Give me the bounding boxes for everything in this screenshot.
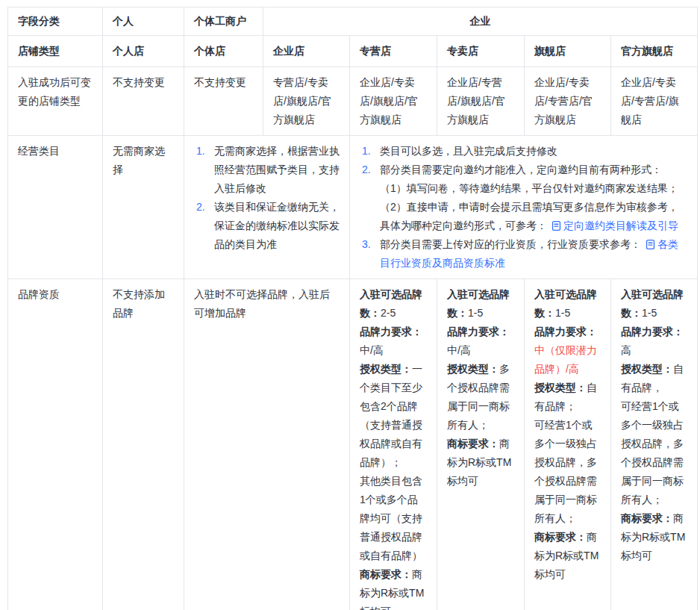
brand-requirement-label: 商标要求： — [621, 512, 673, 524]
category-list-item: 1.类目可以多选，且入驻完成后支持修改 — [360, 142, 687, 161]
list-number: 2. — [196, 198, 205, 217]
table-row-brand-qualification: 品牌资质 不支持添加品牌 入驻时不可选择品牌，入驻后可增加品牌 入驻可选品牌数：… — [8, 279, 698, 610]
brand-requirement-line: 品牌力要求：中/高 — [360, 323, 427, 360]
list-number: 1. — [362, 142, 371, 161]
category-list-item: 1.无需商家选择，根据营业执照经营范围赋予类目，支持入驻后修改 — [194, 142, 340, 198]
cell-brand-label: 品牌资质 — [8, 279, 103, 610]
brand-requirement-value: 一个类目下至少包含2个品牌（支持普通授权品牌或自有品牌）； — [360, 363, 422, 468]
cell-brand-franchise-store: 入驻可选品牌数：2-5品牌力要求：中/高授权类型：一个类目下至少包含2个品牌（支… — [350, 279, 437, 610]
brand-requirement-line: 授权类型：自有品牌； — [534, 379, 601, 416]
cell-category-label: 经营类目 — [8, 136, 103, 279]
cell-brand-flagship-store: 入驻可选品牌数：1-5品牌力要求：中（仅限潜力品牌）/高授权类型：自有品牌；可经… — [525, 279, 611, 610]
doc-link-text: 定向邀约类目解读及引导 — [563, 220, 678, 231]
doc-icon — [645, 239, 656, 250]
brand-requirement-value: 2-5 — [381, 307, 396, 319]
table-row-changeable-store-type: 入驻成功后可变更的店铺类型 不支持变更 不支持变更 专营店/专卖店/旗舰店/官方… — [8, 67, 698, 136]
header-enterprise-store: 企业店 — [263, 36, 350, 67]
brand-requirement-label: 授权类型： — [360, 363, 412, 375]
brand-requirement-label: 品牌力要求： — [534, 326, 597, 337]
brand-requirement-value: 中/高 — [447, 344, 471, 356]
header-exclusive-store: 专卖店 — [437, 36, 525, 67]
list-number: 1. — [196, 142, 205, 161]
brand-requirement-value: 1-5 — [555, 307, 570, 319]
brand-requirement-label: 品牌力要求： — [621, 326, 684, 337]
list-item-text: 类目可以多选，且入驻完成后支持修改 — [380, 145, 557, 157]
cell-brand-individual-enterprise: 入驻时不可选择品牌，入驻后可增加品牌 — [184, 279, 350, 610]
list-item-text: 无需商家选择，根据营业执照经营范围赋予类目，支持入驻后修改 — [214, 145, 340, 194]
header-official-flagship-store: 官方旗舰店 — [611, 36, 698, 67]
brand-requirement-line: 商标要求：商标为R标或TM标均可 — [360, 565, 427, 610]
brand-requirement-line: 入驻可选品牌数：1-5 — [534, 285, 601, 323]
brand-requirement-line: 入驻可选品牌数：2-5 — [360, 285, 427, 323]
brand-requirement-line: 品牌力要求：高 — [621, 323, 687, 360]
list-item-text: 部分类目需要上传对应的行业资质，行业资质要求参考： — [380, 238, 641, 250]
brand-requirement-line: 其他类目包含1个或多个品牌均可（支持普通授权品牌或自有品牌） — [360, 472, 427, 565]
brand-requirement-value: 高 — [621, 344, 631, 356]
cell-change-official-flagship-store: 企业店/专卖店/专营店/旗舰店 — [611, 67, 698, 136]
header-enterprise: 企业 — [263, 7, 698, 36]
header-individual-store: 个体店 — [184, 36, 263, 67]
brand-requirement-label: 品牌力要求： — [447, 326, 510, 337]
brand-requirement-line: 品牌力要求：中/高 — [447, 323, 514, 360]
category-individual-list: 1.无需商家选择，根据营业执照经营范围赋予类目，支持入驻后修改2.该类目和保证金… — [194, 142, 340, 254]
link-directed-invitation-category-guide[interactable]: 定向邀约类目解读及引导 — [551, 220, 678, 231]
cell-category-enterprise: 1.类目可以多选，且入驻完成后支持修改2.部分类目需要定向邀约才能准入，定向邀约… — [350, 136, 698, 279]
cell-change-personal-store: 不支持变更 — [103, 67, 184, 136]
brand-requirement-line: 入驻可选品牌数：1-5 — [621, 285, 687, 323]
brand-requirement-value: 可经营1个或多个一级独占授权品牌，多个授权品牌需属于同一商标所有人； — [621, 400, 684, 505]
list-number: 3. — [362, 235, 371, 254]
brand-requirement-line: 入驻可选品牌数：1-5 — [447, 285, 514, 323]
header-field-category: 字段分类 — [8, 7, 103, 36]
cell-category-individual: 1.无需商家选择，根据营业执照经营范围赋予类目，支持入驻后修改2.该类目和保证金… — [184, 136, 350, 279]
cell-brand-personal: 不支持添加品牌 — [103, 279, 184, 610]
doc-icon — [551, 220, 562, 231]
brand-requirement-value: 1-5 — [642, 307, 657, 319]
category-list-item: 3.部分类目需要上传对应的行业资质，行业资质要求参考：各类目行业资质及商品资质标… — [360, 235, 687, 273]
brand-requirement-value: 其他类目包含1个或多个品牌均可（支持普通授权品牌或自有品牌） — [360, 475, 422, 561]
cell-change-exclusive-store: 企业店/专营店/旗舰店/官方旗舰店 — [437, 67, 525, 136]
store-entry-requirements-page: 字段分类 个人 个体工商户 企业 店铺类型 个人店 个体店 企业店 专营店 专卖… — [0, 0, 700, 610]
header-individual-business: 个体工商户 — [184, 7, 263, 36]
cell-change-individual-store: 不支持变更 — [184, 67, 263, 136]
brand-requirement-value: 中/高 — [360, 344, 384, 356]
cell-brand-official-flagship-store: 入驻可选品牌数：1-5品牌力要求：高授权类型：自有品牌，可经营1个或多个一级独占… — [611, 279, 698, 610]
brand-requirement-value: 中（仅限潜力品牌）/高 — [534, 344, 597, 375]
table-row-business-category: 经营类目 无需商家选择 1.无需商家选择，根据营业执照经营范围赋予类目，支持入驻… — [8, 136, 698, 279]
category-list-item: 2.部分类目需要定向邀约才能准入，定向邀约目前有两种形式：（1）填写问卷，等待邀… — [360, 161, 687, 235]
brand-requirement-line: 商标要求：商标为R标或TM标均可 — [447, 435, 514, 491]
store-type-table: 字段分类 个人 个体工商户 企业 店铺类型 个人店 个体店 企业店 专营店 专卖… — [7, 7, 698, 610]
header-personal: 个人 — [103, 7, 184, 36]
table-row-store-type: 店铺类型 个人店 个体店 企业店 专营店 专卖店 旗舰店 官方旗舰店 — [8, 36, 698, 67]
header-flagship-store: 旗舰店 — [525, 36, 611, 67]
brand-requirement-value: 可经营1个或多个一级独占授权品牌，多个授权品牌需属于同一商标所有人； — [534, 419, 597, 524]
brand-requirement-label: 授权类型： — [447, 363, 499, 375]
header-franchise-store: 专营店 — [350, 36, 437, 67]
brand-requirement-value: 1-5 — [468, 307, 483, 319]
brand-requirement-label: 商标要求： — [447, 438, 499, 449]
header-personal-store: 个人店 — [103, 36, 184, 67]
brand-requirement-label: 授权类型： — [621, 363, 673, 375]
brand-requirement-line: 可经营1个或多个一级独占授权品牌，多个授权品牌需属于同一商标所有人； — [621, 397, 687, 509]
cell-brand-exclusive-store: 入驻可选品牌数：1-5品牌力要求：中/高授权类型：多个授权品牌需属于同一商标所有… — [437, 279, 525, 610]
brand-requirement-line: 授权类型：自有品牌， — [621, 360, 687, 397]
list-item-text: 该类目和保证金缴纳无关，保证金的缴纳标准以实际发品的类目为准 — [214, 201, 340, 250]
brand-requirement-line: 商标要求：商标为R标或TM标均可 — [621, 509, 687, 565]
brand-requirement-line: 授权类型：多个授权品牌需属于同一商标所有人； — [447, 360, 514, 435]
cell-change-flagship-store: 企业店/专卖店/专营店/官方旗舰店 — [525, 67, 611, 136]
brand-requirement-label: 品牌力要求： — [360, 326, 422, 337]
brand-requirement-label: 商标要求： — [360, 568, 412, 580]
cell-category-personal: 无需商家选择 — [103, 136, 184, 279]
brand-requirement-line: 授权类型：一个类目下至少包含2个品牌（支持普通授权品牌或自有品牌）； — [360, 360, 427, 472]
category-list-item: 2.该类目和保证金缴纳无关，保证金的缴纳标准以实际发品的类目为准 — [194, 198, 340, 254]
brand-requirement-label: 商标要求： — [534, 531, 587, 543]
list-number: 2. — [362, 161, 371, 179]
brand-requirement-line: 商标要求：商标为R标或TM标均可 — [534, 528, 601, 584]
cell-change-franchise-store: 企业店/专卖店/旗舰店/官方旗舰店 — [350, 67, 437, 136]
brand-requirement-label: 授权类型： — [534, 382, 587, 393]
cell-change-enterprise-store: 专营店/专卖店/旗舰店/官方旗舰店 — [263, 67, 350, 136]
cell-change-label: 入驻成功后可变更的店铺类型 — [8, 67, 103, 136]
brand-requirement-line: 品牌力要求：中（仅限潜力品牌）/高 — [534, 323, 601, 379]
header-store-type: 店铺类型 — [8, 36, 103, 67]
brand-requirement-line: 可经营1个或多个一级独占授权品牌，多个授权品牌需属于同一商标所有人； — [534, 416, 601, 528]
category-enterprise-list: 1.类目可以多选，且入驻完成后支持修改2.部分类目需要定向邀约才能准入，定向邀约… — [360, 142, 687, 273]
